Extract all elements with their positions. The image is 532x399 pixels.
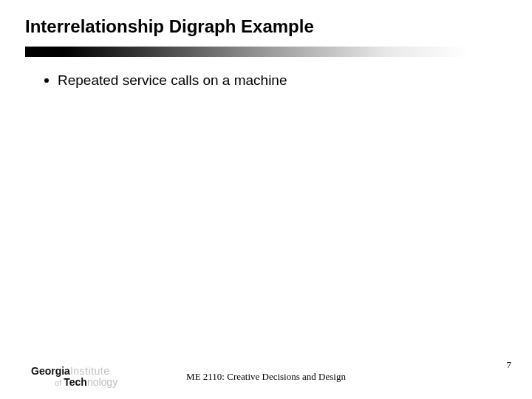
footer-course-label: ME 2110: Creative Decisions and Design (186, 371, 346, 383)
logo-nology-text: nology (87, 376, 117, 388)
title-divider (25, 47, 507, 57)
page-number: 7 (507, 359, 512, 371)
georgia-tech-logo: GeorgiaInstitute of Technology (31, 365, 142, 389)
logo-of-text: of (55, 378, 64, 387)
bullet-item: Repeated service calls on a machine (44, 72, 287, 89)
logo-tech-text: Tech (64, 376, 87, 388)
logo-institute-text: Institute (70, 365, 110, 377)
bullet-dot-icon (44, 78, 49, 83)
logo-georgia-text: Georgia (31, 365, 70, 377)
bullet-text: Repeated service calls on a machine (58, 72, 287, 89)
slide-title: Interrelationship Digraph Example (25, 16, 314, 37)
